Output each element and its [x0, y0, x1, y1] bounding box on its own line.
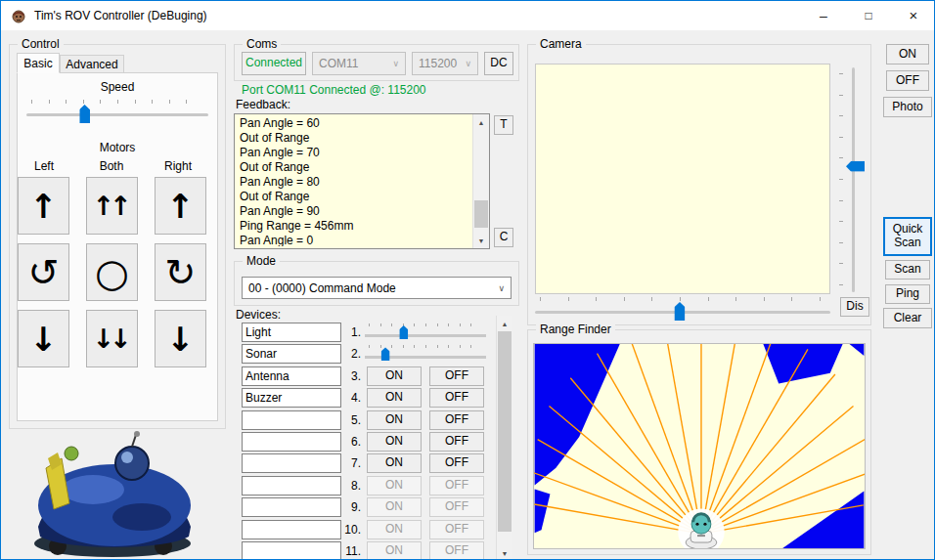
- devices-scrollbar[interactable]: ▲ ▼: [496, 316, 512, 560]
- motor-column-right-label: Right: [157, 159, 199, 173]
- speed-slider-thumb[interactable]: [79, 105, 90, 123]
- device-row: 1.: [234, 323, 490, 342]
- com-port-select: COM11 ∨: [312, 52, 406, 75]
- camera-view: [535, 64, 830, 294]
- photo-button[interactable]: Photo: [883, 97, 932, 117]
- device-slider[interactable]: [365, 344, 486, 364]
- power-off-button[interactable]: OFF: [886, 70, 929, 91]
- disconnect-button[interactable]: DC: [484, 52, 513, 75]
- motor-back-both-button[interactable]: ↓↓: [86, 310, 138, 367]
- device-number-label: 2.: [335, 347, 361, 361]
- device-name-input[interactable]: [242, 453, 341, 473]
- device-row: 2.: [234, 344, 490, 364]
- devices-rows: 1.2.3.ONOFF4.ONOFF5.ONOFF6.ONOFF7.ONOFF8…: [234, 323, 490, 560]
- motor-back-left-button[interactable]: ↓: [18, 310, 69, 367]
- scroll-down-icon[interactable]: ▼: [497, 545, 512, 560]
- device-number-label: 7.: [335, 456, 361, 470]
- motor-stop-button[interactable]: ○: [86, 243, 138, 301]
- device-on-button[interactable]: ON: [367, 388, 422, 408]
- scan-button[interactable]: Scan: [885, 260, 930, 280]
- motor-column-left-label: Left: [24, 159, 64, 173]
- clear-button[interactable]: Clear: [883, 308, 932, 328]
- device-slider[interactable]: [365, 323, 486, 342]
- device-number-label: 5.: [335, 413, 361, 427]
- camera-tilt-ticks: [839, 73, 843, 286]
- minimize-button[interactable]: –: [801, 1, 846, 29]
- feedback-scrollbar-thumb[interactable]: [474, 200, 488, 228]
- device-name-input[interactable]: [242, 344, 341, 364]
- camera-pan-thumb[interactable]: [674, 302, 685, 321]
- range-finder-group-label: Range Finder: [536, 323, 615, 336]
- window-title: Tim's ROV Controller (DeBuging): [34, 1, 207, 30]
- device-number-label: 8.: [335, 479, 361, 493]
- tab-basic[interactable]: Basic: [17, 53, 60, 73]
- motors-label: Motors: [17, 141, 218, 154]
- feedback-scrollbar[interactable]: ▲ ▼: [472, 114, 489, 248]
- camera-pan-slider[interactable]: [535, 296, 830, 322]
- tab-advanced[interactable]: Advanced: [60, 55, 124, 73]
- chevron-down-icon: ∨: [494, 283, 505, 293]
- device-number-label: 11.: [335, 544, 361, 558]
- device-off-button[interactable]: OFF: [429, 388, 484, 408]
- maximize-button[interactable]: □: [846, 1, 891, 29]
- device-on-button[interactable]: ON: [367, 366, 422, 386]
- motor-rotate-right-button[interactable]: ↻: [155, 243, 206, 301]
- mode-selected-value: 00 - (0000) Command Mode: [248, 281, 396, 295]
- device-off-button[interactable]: OFF: [429, 453, 484, 473]
- device-name-input[interactable]: [242, 476, 341, 495]
- feedback-clear-button[interactable]: C: [494, 228, 513, 247]
- device-name-input[interactable]: [242, 541, 341, 560]
- device-off-button[interactable]: OFF: [429, 410, 484, 430]
- device-on-button: ON: [367, 476, 422, 495]
- motor-forward-left-button[interactable]: ↑: [18, 177, 69, 235]
- device-row: 8.ONOFF: [234, 476, 490, 495]
- mode-select[interactable]: 00 - (0000) Command Mode ∨: [242, 277, 512, 299]
- speed-slider[interactable]: [26, 99, 208, 124]
- camera-tilt-thumb[interactable]: [846, 161, 865, 172]
- device-on-button: ON: [367, 497, 422, 517]
- motor-rotate-left-button[interactable]: ↺: [18, 243, 69, 301]
- device-row: 7.ONOFF: [234, 453, 490, 473]
- connected-button[interactable]: Connected: [242, 52, 306, 75]
- scroll-up-icon[interactable]: ▲: [473, 114, 489, 130]
- app-icon: [11, 8, 26, 23]
- device-name-input[interactable]: [242, 366, 341, 386]
- device-off-button: OFF: [429, 520, 484, 539]
- device-name-input[interactable]: [242, 323, 341, 342]
- feedback-text: Pan Angle = 60Out of RangePan Angle = 70…: [240, 116, 469, 246]
- quick-scan-button[interactable]: Quick Scan: [883, 217, 932, 256]
- device-number-label: 10.: [335, 523, 361, 537]
- device-on-button[interactable]: ON: [367, 410, 422, 430]
- device-name-input[interactable]: [242, 520, 341, 539]
- motor-forward-right-button[interactable]: ↑: [155, 177, 206, 235]
- device-number-label: 4.: [335, 391, 361, 405]
- coms-group-label: Coms: [243, 37, 281, 51]
- device-off-button[interactable]: OFF: [429, 432, 484, 452]
- com-port-value: COM11: [319, 57, 358, 70]
- device-name-input[interactable]: [242, 388, 341, 408]
- device-name-input[interactable]: [242, 432, 341, 452]
- device-name-input[interactable]: [242, 497, 341, 517]
- devices-scrollbar-thumb[interactable]: [498, 331, 512, 532]
- motor-forward-both-button[interactable]: ↑↑: [86, 177, 138, 235]
- close-button[interactable]: ×: [891, 1, 935, 29]
- device-row: 6.ONOFF: [234, 432, 490, 452]
- feedback-t-button[interactable]: T: [494, 115, 513, 135]
- device-row: 5.ONOFF: [234, 410, 490, 430]
- camera-dis-button[interactable]: Dis: [840, 297, 869, 317]
- device-on-button[interactable]: ON: [367, 453, 422, 473]
- motor-back-right-button[interactable]: ↓: [155, 310, 206, 367]
- scroll-up-icon[interactable]: ▲: [497, 316, 512, 331]
- mode-group-label: Mode: [243, 254, 280, 268]
- scroll-down-icon[interactable]: ▼: [473, 233, 489, 248]
- device-on-button[interactable]: ON: [367, 432, 422, 452]
- device-row: 9.ONOFF: [234, 497, 490, 517]
- power-on-button[interactable]: ON: [886, 44, 929, 65]
- device-number-label: 6.: [335, 435, 361, 449]
- device-off-button[interactable]: OFF: [429, 366, 484, 386]
- titlebar: Tim's ROV Controller (DeBuging) – □ ×: [1, 1, 934, 30]
- device-on-button: ON: [367, 541, 422, 560]
- camera-tilt-slider[interactable]: [838, 67, 866, 292]
- ping-button[interactable]: Ping: [885, 284, 930, 304]
- device-name-input[interactable]: [242, 410, 341, 430]
